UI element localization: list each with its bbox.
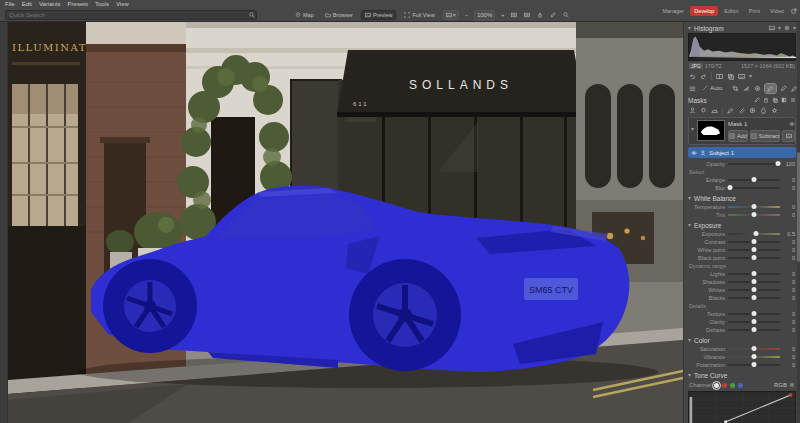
slider-track[interactable]: [728, 241, 780, 243]
channel-rgb-dot[interactable]: [714, 383, 719, 388]
slider-thumb[interactable]: [752, 279, 757, 284]
view-mode-map[interactable]: Map: [292, 11, 317, 19]
zoom-level-box[interactable]: 100%: [474, 10, 495, 21]
slider-shadows[interactable]: Shadows 0: [684, 278, 800, 286]
slider-thumb[interactable]: [752, 247, 757, 252]
view-mode-browser[interactable]: Browser: [322, 11, 356, 19]
slider-track[interactable]: [728, 281, 780, 283]
photo-canvas[interactable]: ILLUMINATA: [8, 22, 683, 423]
lock-icon[interactable]: [536, 11, 544, 19]
layout-grid-icon[interactable]: [523, 11, 531, 19]
menu-view[interactable]: View: [116, 0, 129, 9]
slider-thumb[interactable]: [752, 354, 757, 359]
slider-white-point[interactable]: White point 0: [684, 246, 800, 254]
slider-polarization[interactable]: Polarization 0: [684, 361, 800, 369]
pen-tool-icon[interactable]: [549, 11, 557, 19]
edit-mask-icon[interactable]: [754, 97, 760, 103]
channel-red-dot[interactable]: [722, 383, 727, 388]
tab-manager[interactable]: Manager: [658, 6, 688, 16]
straighten-tool-icon[interactable]: [743, 85, 750, 92]
slider-track[interactable]: [728, 313, 780, 315]
masks-header[interactable]: Masks: [684, 95, 800, 105]
slider-track[interactable]: [728, 206, 780, 208]
slider-track[interactable]: [728, 329, 780, 331]
slider-track[interactable]: [728, 289, 780, 291]
slider-track[interactable]: [728, 187, 780, 189]
slider-exposure[interactable]: Exposure 0.5: [684, 230, 800, 238]
slider-thumb[interactable]: [752, 295, 757, 300]
slider-texture[interactable]: Texture 0: [684, 310, 800, 318]
histogram-display-icon[interactable]: [784, 25, 790, 31]
slider-track[interactable]: [728, 273, 780, 275]
tone-curve-header[interactable]: ▾ Tone Curve: [684, 370, 800, 380]
slider-thumb[interactable]: [752, 212, 757, 217]
search-input[interactable]: [6, 11, 248, 19]
quick-search[interactable]: [5, 10, 257, 20]
mask-visibility-eye-icon[interactable]: [789, 121, 795, 127]
layout-single-icon[interactable]: [510, 11, 518, 19]
slider-contrast[interactable]: Contrast 0: [684, 238, 800, 246]
radial-gradient-icon[interactable]: [749, 107, 756, 114]
crop-tool-icon[interactable]: [732, 85, 739, 92]
histogram-channels-icon[interactable]: [769, 25, 775, 31]
channel-blue-dot[interactable]: [738, 383, 743, 388]
masking-tool-active[interactable]: [765, 84, 776, 93]
mask-layer-block[interactable]: ▾ Mask 1 Add Subtract: [688, 117, 796, 145]
menu-presets[interactable]: Presets: [68, 0, 88, 9]
slider-track[interactable]: [728, 297, 780, 299]
slider-thumb[interactable]: [776, 161, 781, 166]
slider-thumb[interactable]: [752, 311, 757, 316]
tab-print[interactable]: Print: [745, 6, 764, 16]
tab-editor[interactable]: Editor: [720, 6, 742, 16]
histogram-header[interactable]: ▾ Histogram ▾ ▾: [684, 23, 800, 33]
slider-thumb[interactable]: [752, 204, 757, 209]
mask-selection-subject[interactable]: Subject 1: [688, 147, 796, 158]
slider-thumb[interactable]: [752, 177, 757, 182]
slider-track[interactable]: [728, 179, 780, 181]
menu-file[interactable]: File: [5, 0, 15, 9]
chevron-down-icon[interactable]: ▾: [749, 73, 752, 79]
exposure-header[interactable]: ▾ Exposure: [684, 220, 800, 230]
duplicate-mask-icon[interactable]: [772, 97, 778, 103]
zoom-out-button[interactable]: −: [464, 11, 469, 19]
slider-tint[interactable]: Tint 0: [684, 211, 800, 219]
mask-settings-gear-icon[interactable]: [771, 107, 778, 114]
menu-variants[interactable]: Variants: [39, 0, 61, 9]
slider-track[interactable]: [728, 321, 780, 323]
color-header[interactable]: ▾ Color: [684, 335, 800, 345]
select-face-icon[interactable]: [700, 107, 707, 114]
zoom-mode-dropdown[interactable]: ▾: [443, 10, 459, 20]
select-sky-icon[interactable]: [711, 107, 718, 114]
slider-enlarge[interactable]: Enlarge 0: [684, 176, 800, 184]
auto-enhance-button[interactable]: Auto: [700, 84, 724, 92]
chevron-down-icon[interactable]: ▾: [793, 25, 796, 31]
menu-edit[interactable]: Edit: [22, 0, 32, 9]
undo-icon[interactable]: [689, 73, 696, 80]
chevron-down-icon[interactable]: ▾: [778, 25, 781, 31]
view-mode-preview[interactable]: Preview: [361, 10, 397, 20]
channel-green-dot[interactable]: [730, 383, 735, 388]
mask-brush-icon[interactable]: [727, 107, 734, 114]
slider-saturation[interactable]: Saturation 0: [684, 345, 800, 353]
masks-menu-icon[interactable]: [790, 97, 796, 103]
slider-track[interactable]: [728, 348, 780, 350]
slider-blacks[interactable]: Blacks 0: [684, 294, 800, 302]
slider-clarity[interactable]: Clarity 0: [684, 318, 800, 326]
linear-gradient-icon[interactable]: [738, 107, 745, 114]
slider-temperature[interactable]: Temperature 0: [684, 203, 800, 211]
tone-curve-display[interactable]: [688, 391, 796, 423]
pen-tool-icon[interactable]: [780, 85, 787, 92]
zoom-in-button[interactable]: +: [500, 11, 505, 19]
slider-track[interactable]: [728, 249, 780, 251]
mask-overlay-toggle[interactable]: [782, 130, 795, 142]
curve-settings-gear-icon[interactable]: [789, 382, 795, 388]
slider-black-point[interactable]: Black point 0: [684, 254, 800, 262]
slider-dehaze[interactable]: Dehaze 0: [684, 326, 800, 334]
slider-track[interactable]: [728, 356, 780, 358]
slider-thumb[interactable]: [752, 327, 757, 332]
slider-thumb[interactable]: [752, 255, 757, 260]
color-range-icon[interactable]: [760, 107, 767, 114]
slider-thumb[interactable]: [752, 287, 757, 292]
slider-thumb[interactable]: [752, 362, 757, 367]
slider-thumb[interactable]: [752, 319, 757, 324]
